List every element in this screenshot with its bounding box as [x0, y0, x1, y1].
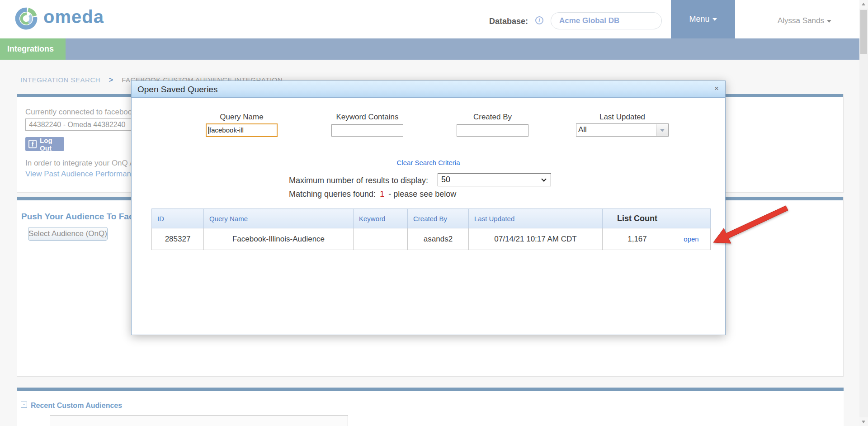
matching-queries-line: Matching queries found: 1 - please see b… [289, 189, 456, 199]
facebook-icon: f [28, 140, 37, 148]
col-actions [672, 209, 711, 228]
last-updated-label: Last Updated [576, 113, 669, 122]
close-icon[interactable]: × [714, 84, 719, 93]
matching-label: Matching queries found: [289, 189, 376, 199]
section-divider-bar [17, 388, 844, 391]
facebook-logout-button[interactable]: f Log Out [25, 137, 64, 151]
menu-caret-icon [712, 18, 717, 21]
col-last-updated: Last Updated [469, 209, 603, 228]
recent-audiences-title: Recent Custom Audiences [31, 402, 122, 410]
col-id: ID [152, 209, 204, 228]
created-by-input[interactable] [457, 124, 528, 137]
view-past-performance-link[interactable]: View Past Audience Performance [25, 170, 139, 178]
max-results-label: Maximum number of results to display: [289, 176, 428, 185]
matching-suffix: - please see below [388, 189, 456, 199]
scrollbar-thumb[interactable] [860, 10, 867, 54]
scroll-down-icon [862, 421, 865, 423]
open-saved-queries-dialog: Open Saved Queries × Query Name Keyword … [131, 80, 726, 335]
cell-keyword [354, 228, 408, 250]
created-by-label: Created By [457, 113, 528, 122]
col-query-name: Query Name [204, 209, 354, 228]
recent-audiences-section: - Recent Custom Audiences [17, 388, 844, 426]
open-query-link[interactable]: open [684, 235, 698, 243]
tab-integrations[interactable]: Integrations [0, 38, 66, 60]
last-updated-dropdown-button[interactable] [656, 124, 668, 136]
query-name-label: Query Name [206, 113, 278, 122]
cell-created-by: asands2 [408, 228, 469, 250]
select-audience-button[interactable]: Select Audience (OnQ) [28, 227, 108, 241]
brand-name: omeda [43, 7, 104, 27]
cell-query-name: Facebook-Illinois-Audience [204, 228, 354, 250]
app-header: omeda Database: i Acme Global DB Menu Al… [0, 0, 859, 38]
cell-last-updated: 07/14/21 10:17 AM CDT [469, 228, 603, 250]
max-results-value: 50 [441, 175, 450, 184]
scroll-up-icon [862, 3, 865, 5]
avatar[interactable] [752, 9, 771, 28]
database-label: Database: [489, 17, 528, 26]
dropdown-arrow-icon [660, 129, 665, 132]
keyword-contains-input[interactable] [331, 124, 403, 137]
breadcrumb-root-link[interactable]: INTEGRATION SEARCH [20, 76, 100, 84]
collapse-toggle[interactable]: - [21, 402, 27, 408]
query-name-value: facebook-ill [209, 126, 244, 134]
max-results-select[interactable]: 50 [438, 173, 551, 186]
matching-count: 1 [378, 189, 386, 199]
logout-label: Log Out [40, 137, 64, 152]
database-selector[interactable]: Acme Global DB [551, 12, 662, 29]
info-icon[interactable]: i [535, 16, 543, 24]
clear-search-criteria-link[interactable]: Clear Search Criteria [132, 159, 725, 166]
scrollbar[interactable] [859, 0, 868, 426]
query-name-input[interactable]: facebook-ill [206, 123, 278, 137]
scroll-down-button[interactable] [859, 417, 868, 426]
col-created-by: Created By [408, 209, 469, 228]
recent-audiences-table-sliver [50, 415, 348, 426]
nav-bar: Integrations [0, 38, 859, 60]
dialog-header[interactable]: Open Saved Queries × [132, 81, 725, 98]
table-header-row: ID Query Name Keyword Created By Last Up… [152, 209, 711, 228]
col-keyword: Keyword [354, 209, 408, 228]
menu-label: Menu [689, 14, 709, 24]
menu-button[interactable]: Menu [671, 0, 735, 38]
saved-queries-table: ID Query Name Keyword Created By Last Up… [151, 208, 711, 250]
cell-id: 285327 [152, 228, 204, 250]
scroll-up-button[interactable] [859, 0, 868, 9]
last-updated-select[interactable]: All [576, 123, 669, 137]
last-updated-value: All [578, 125, 587, 134]
user-name: Alyssa Sands [778, 16, 824, 25]
breadcrumb-separator: > [109, 76, 113, 84]
cell-list-count: 1,167 [603, 228, 672, 250]
user-menu[interactable]: Alyssa Sands [778, 16, 831, 25]
keyword-contains-label: Keyword Contains [331, 113, 403, 122]
integration-note-text: In order to integrate your OnQ Audie [25, 159, 149, 168]
omeda-logo-icon [14, 6, 39, 31]
dialog-title: Open Saved Queries [132, 81, 725, 98]
col-list-count: List Count [603, 209, 672, 228]
user-caret-icon [827, 20, 831, 23]
select-chevron-icon [541, 176, 546, 181]
table-row: 285327 Facebook-Illinois-Audience asands… [152, 228, 711, 250]
